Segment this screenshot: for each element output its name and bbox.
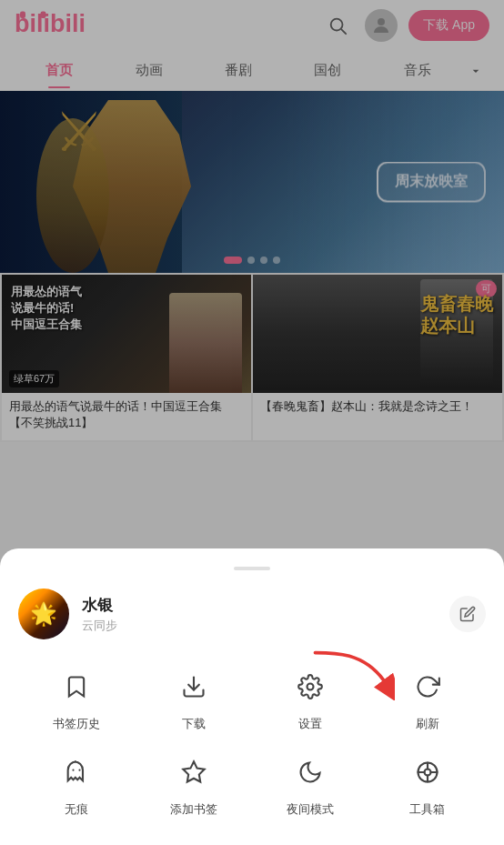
svg-marker-8: [183, 761, 204, 781]
user-name: 水银: [82, 595, 449, 616]
toolbox-label: 工具箱: [409, 801, 445, 818]
night-label: 夜间模式: [287, 801, 334, 818]
bottom-sheet: 🌟 水银 云同步 书签历史: [0, 548, 504, 845]
night-icon: [288, 750, 332, 794]
menu-item-toolbox[interactable]: 工具箱: [369, 750, 487, 818]
star-icon: [172, 750, 216, 794]
menu-item-add-bookmark[interactable]: 添加书签: [136, 750, 253, 818]
user-row: 🌟 水银 云同步: [18, 588, 486, 639]
add-bookmark-label: 添加书签: [170, 801, 217, 818]
svg-point-7: [307, 684, 314, 690]
menu-item-night[interactable]: 夜间模式: [252, 750, 369, 818]
edit-profile-button[interactable]: [449, 596, 486, 632]
refresh-label: 刷新: [416, 716, 439, 732]
settings-icon: [288, 665, 332, 709]
menu-item-download[interactable]: 下载: [136, 665, 253, 732]
download-label: 下载: [182, 716, 206, 732]
ghost-icon: [55, 750, 98, 794]
user-sub: 云同步: [82, 618, 449, 634]
bookmark-icon: [55, 665, 98, 709]
refresh-icon: [406, 665, 449, 709]
sheet-handle: [234, 567, 270, 570]
user-info: 水银 云同步: [82, 595, 449, 634]
menu-item-ghost[interactable]: 无痕: [18, 750, 136, 818]
bookmark-label: 书签历史: [53, 716, 100, 732]
download-icon: [172, 665, 216, 709]
menu-item-settings[interactable]: 设置: [252, 665, 369, 732]
menu-item-bookmark[interactable]: 书签历史: [18, 665, 136, 732]
user-avatar: 🌟: [18, 588, 69, 639]
menu-item-refresh[interactable]: 刷新: [369, 665, 487, 732]
menu-grid: 书签历史 下载 设置: [18, 665, 486, 818]
settings-label: 设置: [298, 716, 322, 732]
toolbox-icon: [406, 750, 449, 794]
ghost-label: 无痕: [65, 801, 88, 818]
